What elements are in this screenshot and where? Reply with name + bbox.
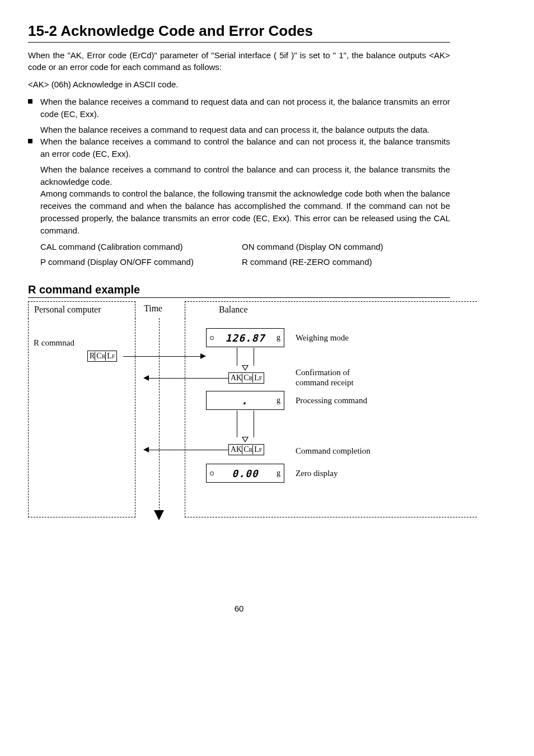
chip-r-cr: C bbox=[95, 352, 101, 361]
ak2-lf: L bbox=[252, 445, 259, 454]
balance-header-label: Balance bbox=[219, 305, 248, 315]
arrow-down-open-icon bbox=[242, 365, 249, 371]
chip-r-lf: L bbox=[105, 352, 112, 361]
ak-definition: <AK> (06h) Acknowledge in ASCII code. bbox=[28, 80, 450, 89]
desc-weighing: Weighing mode bbox=[296, 333, 349, 343]
ak1-cr: C bbox=[242, 374, 249, 382]
flow-line-2a bbox=[237, 410, 237, 437]
pc-header-label: Personal computer bbox=[34, 305, 101, 315]
r-command-text: R commnad bbox=[34, 338, 74, 348]
r-command-chip: R CR LF bbox=[87, 351, 117, 362]
stable-indicator-icon bbox=[210, 336, 214, 340]
ak1-lf-sub: F bbox=[259, 375, 263, 381]
lcd-weighing-unit: g bbox=[277, 333, 280, 342]
lcd-processing-value: . bbox=[241, 394, 248, 407]
arrow-left-icon bbox=[143, 375, 149, 381]
desc-confirm-1: Confirmation of bbox=[296, 367, 350, 377]
command-row-2: P command (Display ON/OFF command) R com… bbox=[40, 257, 450, 267]
bullet-item-1: When the balance receives a command to r… bbox=[28, 96, 450, 120]
arrow-ak1-line bbox=[149, 378, 228, 379]
bullet-item-2: When the balance receives a command to c… bbox=[28, 136, 450, 160]
r-command-label: R command (RE-ZERO command) bbox=[242, 257, 450, 267]
balance-header-box: Balance bbox=[185, 301, 478, 319]
sub-rule bbox=[28, 297, 450, 298]
command-row-1: CAL command (Calibration command) ON com… bbox=[40, 242, 450, 251]
intro-paragraph: When the "AK, Error code (ErCd)" paramet… bbox=[28, 49, 450, 73]
cal-command-label: CAL command (Calibration command) bbox=[40, 242, 242, 251]
ak2-ak: AK bbox=[231, 445, 242, 454]
flow-line-1b bbox=[254, 348, 254, 366]
ak2-lf-sub: F bbox=[259, 447, 263, 453]
desc-completion: Command completion bbox=[296, 446, 371, 456]
lcd-weighing-value: 126.87 bbox=[225, 332, 265, 344]
bullet-2-continuation-2: Among commands to control the balance, t… bbox=[40, 188, 450, 236]
balance-body-box bbox=[185, 318, 478, 517]
ak-chip-1: AK CR LF bbox=[228, 372, 264, 384]
page-number: 60 bbox=[28, 604, 450, 613]
ak1-lf: L bbox=[252, 374, 259, 382]
flow-line-1a bbox=[237, 348, 237, 366]
bullet-2-text: When the balance receives a command to c… bbox=[40, 136, 450, 160]
bullet-2-continuation-1: When the balance receives a command to c… bbox=[40, 164, 450, 188]
desc-confirm-2: command receipt bbox=[296, 377, 354, 388]
ak2-cr: C bbox=[242, 445, 249, 454]
section-title: 15-2 Acknowledge Code and Error Codes bbox=[28, 22, 450, 40]
ak1-ak: AK bbox=[231, 374, 242, 382]
pc-body-box bbox=[28, 318, 135, 517]
arrow-left-icon-2 bbox=[143, 447, 149, 452]
lcd-processing: . g bbox=[206, 391, 284, 410]
r-command-diagram: Personal computer Time Balance R commnad… bbox=[28, 301, 478, 536]
bullet-1-text: When the balance receives a command to r… bbox=[40, 96, 450, 120]
p-command-label: P command (Display ON/OFF command) bbox=[40, 257, 242, 267]
on-command-label: ON command (Display ON command) bbox=[242, 242, 450, 251]
lcd-weighing: 126.87 g bbox=[206, 328, 284, 347]
title-rule bbox=[28, 42, 450, 43]
stable-indicator-icon-2 bbox=[210, 472, 214, 475]
ak1-cr-sub: R bbox=[249, 375, 253, 381]
example-heading: R command example bbox=[28, 283, 450, 296]
square-bullet-icon bbox=[28, 139, 32, 143]
chip-r-lf-sub: F bbox=[112, 353, 115, 360]
square-bullet-icon bbox=[28, 99, 32, 104]
arrow-right-icon bbox=[200, 353, 206, 359]
chip-r-cr-sub: R bbox=[102, 353, 106, 360]
lcd-processing-unit: g bbox=[277, 396, 280, 405]
desc-zero: Zero display bbox=[296, 468, 338, 478]
bullet-1-continuation: When the balance receives a command to r… bbox=[40, 124, 450, 136]
desc-processing: Processing command bbox=[296, 395, 367, 405]
lcd-zero: 0.00 g bbox=[206, 464, 284, 483]
arrow-down-open-icon-2 bbox=[242, 437, 249, 442]
time-label: Time bbox=[144, 304, 162, 314]
lcd-zero-unit: g bbox=[277, 469, 280, 478]
time-axis-line bbox=[159, 318, 160, 511]
lcd-zero-value: 0.00 bbox=[232, 468, 258, 479]
chip-r-main: R bbox=[90, 352, 95, 361]
arrow-ak2-line bbox=[149, 450, 228, 450]
flow-line-2b bbox=[254, 410, 254, 437]
pc-header-box: Personal computer bbox=[28, 301, 135, 319]
ak2-cr-sub: R bbox=[249, 447, 253, 453]
time-axis-arrow-down-icon bbox=[154, 510, 164, 520]
ak-chip-2: AK CR LF bbox=[228, 444, 264, 455]
arrow-send-line bbox=[123, 356, 202, 357]
